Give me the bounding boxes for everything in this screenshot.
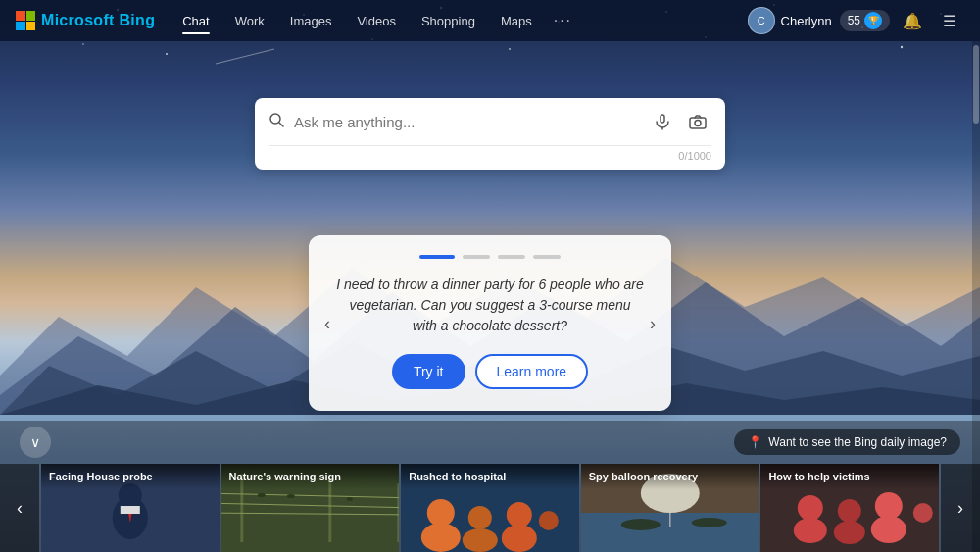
search-input-row	[255, 98, 725, 145]
svg-point-50	[692, 518, 727, 527]
svg-point-44	[539, 511, 559, 530]
nav-link-work[interactable]: Work	[223, 10, 276, 32]
mic-button[interactable]	[649, 108, 676, 135]
microsoft-logo-icon	[16, 11, 35, 30]
nav-link-shopping[interactable]: Shopping	[410, 10, 487, 32]
svg-rect-26	[121, 506, 140, 514]
points-value: 55	[848, 14, 860, 27]
prompt-dot-4[interactable]	[533, 255, 561, 259]
svg-point-55	[834, 521, 865, 544]
main-navbar: Microsoft Bing Chat Work Images Videos S…	[0, 0, 980, 41]
news-card-2-title: Nature's warning sign	[229, 470, 392, 483]
user-points-badge[interactable]: 55 🏆	[840, 10, 890, 31]
prompt-prev-button[interactable]: ‹	[317, 309, 338, 337]
svg-point-15	[901, 46, 903, 48]
svg-point-40	[468, 506, 492, 529]
news-card-5-overlay: How to help victims	[760, 464, 939, 489]
svg-point-52	[798, 495, 823, 521]
notifications-button[interactable]: 🔔	[898, 6, 927, 35]
svg-point-54	[838, 499, 861, 523]
svg-point-13	[509, 48, 511, 50]
svg-rect-21	[690, 118, 706, 128]
news-card-4-title: Spy balloon recovery	[589, 470, 752, 483]
svg-point-22	[695, 121, 701, 126]
prompt-dot-2[interactable]	[463, 255, 490, 259]
svg-point-49	[621, 519, 661, 530]
bottom-section: ∨ 📍 Want to see the Bing daily image? ‹	[0, 421, 980, 552]
nav-link-maps[interactable]: Maps	[489, 10, 544, 32]
nav-right-section: C Cherlynn 55 🏆 🔔 ☰	[748, 6, 964, 35]
svg-point-43	[502, 525, 537, 552]
user-avatar: C	[748, 7, 775, 34]
news-strip: ‹ Facing House pr	[0, 464, 980, 552]
svg-point-11	[166, 53, 168, 55]
nav-links: Chat Work Images Videos Shopping Maps ··…	[171, 8, 747, 33]
search-input[interactable]	[294, 114, 639, 130]
svg-point-53	[794, 518, 827, 543]
svg-point-36	[346, 497, 352, 501]
hamburger-menu-button[interactable]: ☰	[935, 6, 964, 35]
prompt-actions: Try it Learn more	[336, 354, 644, 389]
news-card-1-title: Facing House probe	[49, 470, 212, 483]
nav-logo[interactable]: Microsoft Bing	[16, 11, 155, 30]
svg-rect-19	[661, 115, 664, 123]
svg-point-56	[875, 492, 903, 520]
news-card-2-overlay: Nature's warning sign	[221, 464, 400, 489]
svg-line-18	[279, 123, 283, 126]
news-card-5[interactable]: How to help victims	[760, 464, 939, 552]
try-it-button[interactable]: Try it	[392, 354, 466, 389]
bottom-controls: ∨ 📍 Want to see the Bing daily image?	[0, 421, 980, 464]
news-card-1[interactable]: Facing House probe	[41, 464, 220, 552]
news-card-3-title: Rushed to hospital	[409, 470, 571, 483]
news-card-5-title: How to help victims	[768, 470, 931, 483]
news-card-1-overlay: Facing House probe	[41, 464, 220, 489]
svg-point-34	[257, 493, 265, 497]
daily-image-label: Want to see the Bing daily image?	[768, 435, 947, 449]
news-card-3-overlay: Rushed to hospital	[401, 464, 579, 489]
search-icon	[269, 112, 284, 131]
scrollbar[interactable]	[972, 41, 980, 552]
news-cards: Facing House probe	[41, 464, 939, 552]
brand-microsoft: Microsoft	[41, 12, 119, 28]
prompt-card: I need to throw a dinner party for 6 peo…	[309, 235, 671, 411]
news-card-4-overlay: Spy balloon recovery	[581, 464, 760, 489]
news-prev-button[interactable]: ‹	[0, 464, 39, 552]
search-counter: 0/1000	[255, 146, 725, 170]
prompt-dot-1[interactable]	[419, 255, 455, 259]
camera-button[interactable]	[684, 108, 711, 135]
scrollbar-thumb[interactable]	[973, 45, 979, 124]
svg-point-10	[82, 43, 84, 45]
collapse-button[interactable]: ∨	[20, 427, 51, 458]
nav-more-button[interactable]: ···	[546, 8, 580, 33]
prompt-next-button[interactable]: ›	[642, 309, 663, 337]
news-card-3[interactable]: Rushed to hospital	[401, 464, 579, 552]
svg-point-38	[427, 499, 455, 527]
nav-link-chat[interactable]: Chat	[171, 10, 220, 32]
search-actions	[649, 108, 711, 135]
svg-point-57	[871, 516, 906, 543]
svg-point-58	[913, 503, 933, 523]
nav-link-images[interactable]: Images	[278, 10, 344, 32]
prompt-text: I need to throw a dinner party for 6 peo…	[336, 275, 644, 336]
daily-image-icon: 📍	[748, 435, 762, 449]
brand-bing: Bing	[119, 12, 155, 28]
svg-point-42	[507, 502, 532, 527]
points-icon: 🏆	[864, 12, 882, 29]
user-name: Cherlynn	[781, 14, 832, 28]
prompt-dot-3[interactable]	[498, 255, 525, 259]
svg-point-39	[421, 523, 461, 552]
learn-more-button[interactable]: Learn more	[475, 354, 589, 389]
user-profile-button[interactable]: C Cherlynn	[748, 7, 832, 34]
brand-name: Microsoft Bing	[41, 12, 155, 29]
search-container: 0/1000	[255, 98, 725, 170]
news-card-2[interactable]: Nature's warning sign	[221, 464, 400, 552]
search-box: 0/1000	[255, 98, 725, 170]
svg-point-35	[286, 494, 294, 498]
news-card-4[interactable]: Spy balloon recovery	[581, 464, 760, 552]
daily-image-button[interactable]: 📍 Want to see the Bing daily image?	[734, 429, 960, 455]
nav-link-videos[interactable]: Videos	[345, 10, 408, 32]
svg-point-41	[463, 528, 498, 552]
svg-line-16	[216, 49, 274, 64]
prompt-dots	[336, 255, 644, 259]
